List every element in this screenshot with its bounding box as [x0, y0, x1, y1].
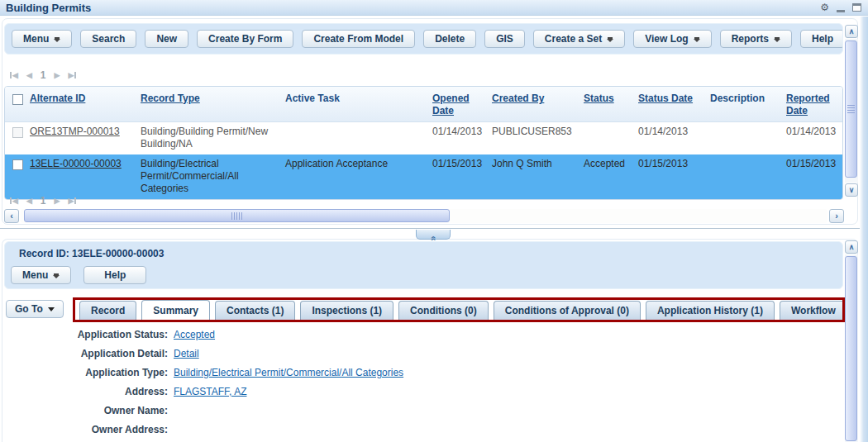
- gis-button[interactable]: GIS: [484, 30, 525, 48]
- list-pager-top: ◀ ◀ 1 ▶ ▶: [10, 69, 76, 81]
- summary-fields: Application Status: Accepted Application…: [4, 328, 839, 442]
- vertical-scroll-thumb[interactable]: [845, 256, 857, 441]
- delete-button[interactable]: Delete: [423, 30, 476, 48]
- page-number: 1: [41, 195, 46, 207]
- last-page-icon[interactable]: ▶: [68, 196, 76, 206]
- table-row[interactable]: ORE13TMP-000013 Building/Building Permit…: [5, 122, 842, 154]
- dropdown-arrow-icon: [53, 275, 60, 278]
- application-type-link[interactable]: Building/Electrical Permit/Commercial/Al…: [174, 366, 403, 380]
- list-vertical-scrollbar[interactable]: ∧ ∨: [845, 25, 858, 197]
- tab-workflow[interactable]: Workflow: [780, 301, 845, 320]
- next-page-icon[interactable]: ▶: [55, 196, 60, 206]
- go-to-button[interactable]: Go To: [6, 300, 64, 318]
- toolbar: Menu Search New Create By Form Create Fr…: [4, 23, 843, 55]
- row-checkbox[interactable]: [12, 159, 23, 170]
- tab-strip-highlighted: Record Summary Contacts (1) Inspections …: [73, 297, 845, 322]
- scroll-right-icon[interactable]: ›: [829, 209, 844, 223]
- help-button[interactable]: Help: [800, 30, 843, 48]
- column-header-status-date[interactable]: Status Date: [638, 93, 693, 104]
- detail-menu-button[interactable]: Menu: [11, 266, 71, 284]
- minimize-icon[interactable]: [837, 10, 845, 12]
- chevron-double-up-icon: «: [430, 235, 437, 240]
- tab-contacts[interactable]: Contacts (1): [215, 301, 295, 320]
- table-header-row: Alternate ID Record Type Active Task Ope…: [5, 87, 842, 122]
- horizontal-scrollbar[interactable]: ‹ ›: [4, 209, 844, 223]
- window-titlebar: Building Permits ⚙: [0, 0, 868, 16]
- new-button[interactable]: New: [145, 30, 188, 48]
- window-controls: ⚙: [820, 1, 861, 14]
- field-label: Application Type:: [4, 366, 174, 380]
- search-button[interactable]: Search: [80, 30, 136, 48]
- field-label: Owner Address:: [4, 423, 174, 437]
- tab-summary[interactable]: Summary: [141, 300, 210, 320]
- dropdown-arrow-icon: [774, 39, 780, 42]
- application-detail-link[interactable]: Detail: [174, 347, 199, 361]
- tab-application-history[interactable]: Application History (1): [646, 301, 775, 320]
- records-table: Alternate ID Record Type Active Task Ope…: [4, 86, 843, 200]
- vertical-scroll-track[interactable]: [845, 39, 858, 183]
- horizontal-scroll-track[interactable]: [21, 209, 827, 223]
- first-page-icon[interactable]: ◀: [10, 70, 18, 80]
- column-header-record-type[interactable]: Record Type: [141, 93, 200, 104]
- page-title: Building Permits: [6, 2, 91, 14]
- table-row-selected[interactable]: 13ELE-00000-00003 Building/Electrical Pe…: [5, 154, 842, 199]
- column-header-active-task: Active Task: [285, 93, 340, 104]
- dropdown-arrow-icon: [54, 39, 60, 42]
- detail-help-button[interactable]: Help: [83, 266, 146, 284]
- tab-conditions-of-approval[interactable]: Conditions of Approval (0): [494, 301, 641, 320]
- column-header-status[interactable]: Status: [584, 93, 614, 104]
- first-page-icon[interactable]: ◀: [10, 196, 18, 206]
- field-label: Address:: [4, 385, 174, 399]
- collapse-panel-button[interactable]: «: [416, 230, 451, 240]
- column-header-opened-date[interactable]: Opened Date: [432, 93, 470, 116]
- scroll-up-icon[interactable]: ∧: [845, 240, 858, 254]
- grip-icon: [231, 212, 242, 220]
- record-id-heading: Record ID: 13ELE-00000-00003: [19, 248, 164, 259]
- maximize-icon[interactable]: [852, 3, 861, 12]
- list-pager-bottom: ◀ ◀ 1 ▶ ▶: [10, 195, 76, 207]
- reports-button[interactable]: Reports: [720, 30, 792, 48]
- dropdown-arrow-icon: [48, 307, 55, 311]
- tab-inspections[interactable]: Inspections (1): [300, 301, 393, 320]
- next-page-icon[interactable]: ▶: [55, 70, 60, 80]
- vertical-scroll-thumb[interactable]: [845, 40, 857, 178]
- column-header-alternate-id[interactable]: Alternate ID: [30, 93, 85, 104]
- scroll-down-icon[interactable]: ∨: [845, 183, 858, 197]
- tab-record[interactable]: Record: [79, 301, 136, 320]
- record-id-link[interactable]: ORE13TMP-000013: [30, 126, 120, 137]
- record-id-link[interactable]: 13ELE-00000-00003: [30, 158, 122, 169]
- portlet-settings-icon[interactable]: ⚙: [820, 2, 829, 13]
- tab-conditions[interactable]: Conditions (0): [398, 301, 489, 320]
- window-edge: [860, 17, 868, 442]
- field-label: Application Status:: [4, 328, 174, 342]
- create-a-set-button[interactable]: Create a Set: [533, 30, 625, 48]
- scroll-up-icon[interactable]: ∧: [845, 25, 858, 38]
- menu-button[interactable]: Menu: [12, 30, 72, 48]
- field-label: Application Detail:: [4, 347, 174, 361]
- prev-page-icon[interactable]: ◀: [26, 70, 32, 80]
- grip-icon: [847, 105, 855, 113]
- detail-vertical-scrollbar[interactable]: ∧: [845, 240, 858, 442]
- application-status-link[interactable]: Accepted: [174, 328, 215, 342]
- field-label: Owner Name:: [4, 404, 174, 418]
- column-header-created-by[interactable]: Created By: [492, 93, 544, 104]
- vertical-scroll-track[interactable]: [845, 254, 858, 442]
- view-log-button[interactable]: View Log: [633, 30, 711, 48]
- select-all-checkbox[interactable]: [12, 94, 23, 105]
- create-from-model-button[interactable]: Create From Model: [302, 30, 415, 48]
- horizontal-scroll-thumb[interactable]: [24, 209, 450, 222]
- scroll-left-icon[interactable]: ‹: [4, 209, 19, 223]
- dropdown-arrow-icon: [607, 39, 613, 42]
- row-checkbox[interactable]: [12, 127, 23, 138]
- create-by-form-button[interactable]: Create By Form: [197, 30, 293, 48]
- prev-page-icon[interactable]: ◀: [26, 196, 32, 206]
- dropdown-arrow-icon: [694, 39, 700, 42]
- column-header-description: Description: [710, 93, 765, 104]
- last-page-icon[interactable]: ▶: [68, 70, 76, 80]
- page-number: 1: [41, 69, 46, 81]
- address-link[interactable]: FLAGSTAFF, AZ: [174, 385, 246, 399]
- record-header-panel: Record ID: 13ELE-00000-00003 Menu Help: [4, 241, 843, 289]
- column-header-reported-date[interactable]: Reported Date: [786, 93, 830, 116]
